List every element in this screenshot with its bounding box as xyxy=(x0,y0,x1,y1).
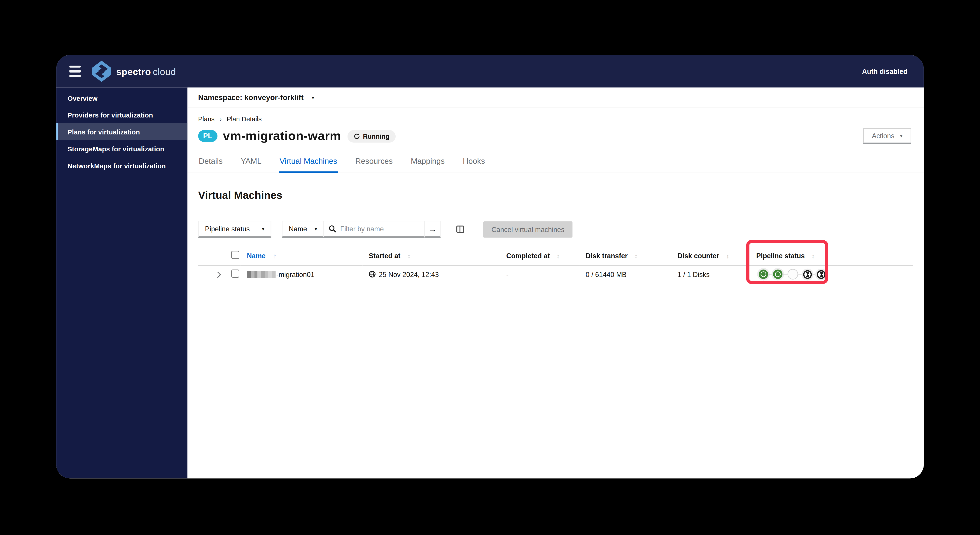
chevron-down-icon: ▾ xyxy=(315,226,317,232)
tab-hooks[interactable]: Hooks xyxy=(462,153,486,173)
breadcrumb-chevron-icon: › xyxy=(220,115,221,122)
disk-transfer-value: 0 / 61440 MB xyxy=(585,271,627,278)
column-header-disk-counter[interactable]: Disk counter ↕ xyxy=(671,247,750,266)
breadcrumb-plans[interactable]: Plans xyxy=(198,115,215,123)
brand-primary: spectro xyxy=(116,66,151,76)
sort-icon[interactable]: ↕ xyxy=(557,252,560,259)
hamburger-menu-icon[interactable] xyxy=(67,64,83,78)
brand-name: spectrocloud xyxy=(116,66,176,76)
search-box xyxy=(323,221,425,238)
arrow-right-icon: → xyxy=(429,224,437,234)
completed-at-value: - xyxy=(506,271,509,278)
status-label: Running xyxy=(363,132,390,140)
sidebar-item-networkmaps[interactable]: NetworkMaps for virtualization xyxy=(56,157,188,174)
cancel-virtual-machines-button[interactable]: Cancel virtual machines xyxy=(484,221,573,237)
sidebar-item-storagemaps[interactable]: StorageMaps for virtualization xyxy=(56,140,188,157)
breadcrumb-plan-details: Plan Details xyxy=(227,115,262,123)
breadcrumb: Plans › Plan Details xyxy=(198,115,911,123)
tab-mappings[interactable]: Mappings xyxy=(410,153,445,173)
sidebar-item-plans[interactable]: Plans for virtualization xyxy=(56,123,188,140)
sort-icon[interactable]: ↕ xyxy=(635,252,638,259)
pipeline-step-done-icon xyxy=(773,269,783,279)
started-at-value: 25 Nov 2024, 12:43 xyxy=(379,271,439,278)
manage-columns-button[interactable] xyxy=(457,225,465,233)
screenshot-stage: spectrocloud Auth disabled Overview Prov… xyxy=(0,0,980,535)
started-at-cell: 25 Nov 2024, 12:43 xyxy=(369,271,500,278)
column-header-disk-transfer[interactable]: Disk transfer ↕ xyxy=(579,247,671,266)
tab-virtual-machines[interactable]: Virtual Machines xyxy=(279,153,338,173)
auth-status-label: Auth disabled xyxy=(862,68,907,75)
filter-field-select[interactable]: Name ▾ xyxy=(282,221,323,238)
disk-counter-value: 1 / 1 Disks xyxy=(678,271,710,278)
column-header-disk-transfer-label: Disk transfer xyxy=(585,252,627,259)
column-header-completed-at[interactable]: Completed at ↕ xyxy=(500,247,579,266)
status-badge: Running xyxy=(347,130,396,142)
section-heading: Virtual Machines xyxy=(198,189,913,202)
pipeline-connector xyxy=(798,274,803,275)
sidebar-nav: Overview Providers for virtualization Pl… xyxy=(56,88,188,479)
pipeline-status-filter-select[interactable]: Pipeline status ▾ xyxy=(198,221,271,238)
actions-button[interactable]: Actions ▾ xyxy=(863,128,911,144)
sidebar-item-overview[interactable]: Overview xyxy=(56,89,188,107)
column-header-completed-at-label: Completed at xyxy=(506,252,550,259)
columns-icon xyxy=(457,225,465,233)
actions-button-label: Actions xyxy=(872,132,894,139)
column-header-disk-counter-label: Disk counter xyxy=(678,252,719,259)
pipeline-step-done-icon xyxy=(759,269,768,279)
hourglass-icon xyxy=(805,272,810,277)
tab-resources[interactable]: Resources xyxy=(355,153,393,173)
search-input[interactable] xyxy=(340,225,409,232)
pipeline-status-filter-label: Pipeline status xyxy=(205,225,250,232)
sort-icon[interactable]: ↕ xyxy=(812,252,815,259)
sort-icon[interactable]: ↕ xyxy=(407,252,410,259)
sort-ascending-icon[interactable]: ↑ xyxy=(273,252,277,259)
column-header-name-label: Name xyxy=(247,252,266,259)
column-header-started-at-label: Started at xyxy=(369,252,400,259)
filter-field-label: Name xyxy=(289,225,307,232)
spectro-cloud-logo-icon xyxy=(92,61,111,82)
table-header-row: Name ↑ Started at ↕ Completed at ↕ xyxy=(198,247,913,266)
namespace-selector[interactable]: Namespace: konveyor-forklift xyxy=(198,93,304,102)
plan-kind-badge: PL xyxy=(198,130,217,142)
vm-name-cell[interactable]: -migration01 xyxy=(247,271,363,278)
namespace-bar: Namespace: konveyor-forklift ▾ xyxy=(188,88,924,108)
sidebar-item-providers[interactable]: Providers for virtualization xyxy=(56,107,188,123)
tab-yaml[interactable]: YAML xyxy=(240,153,262,173)
redacted-name-prefix xyxy=(247,271,275,278)
main-content: Namespace: konveyor-forklift ▾ Plans › P… xyxy=(188,88,924,479)
search-filter-group: Name ▾ → xyxy=(282,221,441,238)
chevron-down-icon: ▾ xyxy=(262,226,264,232)
filters-toolbar: Pipeline status ▾ Name ▾ xyxy=(198,221,913,238)
virtual-machines-table: Name ↑ Started at ↕ Completed at ↕ xyxy=(198,247,913,283)
hourglass-icon xyxy=(819,272,823,277)
column-header-pipeline-status-label: Pipeline status xyxy=(756,252,805,259)
brand-logo: spectrocloud xyxy=(92,61,176,82)
pipeline-connector xyxy=(768,274,773,275)
sort-icon[interactable]: ↕ xyxy=(726,252,729,259)
pipeline-connector xyxy=(783,274,788,275)
pipeline-step-pending-icon xyxy=(817,270,826,279)
table-row: -migration01 xyxy=(198,266,913,283)
app-window: spectrocloud Auth disabled Overview Prov… xyxy=(56,55,924,479)
column-header-pipeline-status[interactable]: Pipeline status ↕ xyxy=(750,247,837,266)
tab-bar: Details YAML Virtual Machines Resources … xyxy=(188,153,924,173)
globe-icon xyxy=(369,271,375,277)
sync-icon xyxy=(353,133,360,139)
chevron-down-icon: ▾ xyxy=(900,133,902,139)
column-header-name[interactable]: Name ↑ xyxy=(241,247,363,266)
chevron-down-icon[interactable]: ▾ xyxy=(312,95,314,100)
page-title: vm-migration-warm xyxy=(223,129,341,143)
apply-filter-button[interactable]: → xyxy=(425,221,441,238)
pipeline-status-steps xyxy=(756,269,837,279)
column-header-started-at[interactable]: Started at ↕ xyxy=(363,247,500,266)
pipeline-connector xyxy=(812,274,817,275)
pipeline-step-empty-icon xyxy=(788,269,798,279)
tab-details[interactable]: Details xyxy=(198,153,223,173)
vm-name-label: -migration01 xyxy=(276,271,314,278)
expand-row-chevron-icon[interactable] xyxy=(215,271,221,277)
search-icon xyxy=(329,225,336,232)
select-all-checkbox[interactable] xyxy=(231,251,239,259)
pipeline-step-pending-icon xyxy=(803,270,812,279)
top-bar: spectrocloud Auth disabled xyxy=(56,55,924,88)
row-checkbox[interactable] xyxy=(231,269,239,278)
